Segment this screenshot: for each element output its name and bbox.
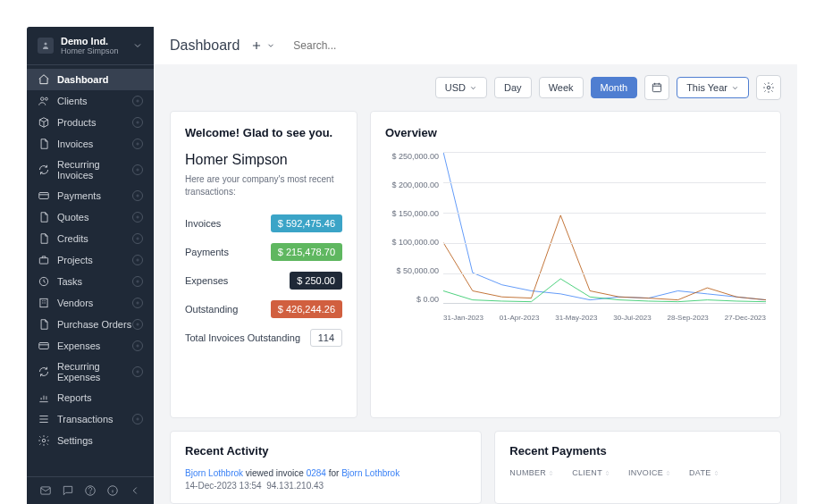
- activity-actor[interactable]: Bjorn Lothbrok: [185, 468, 243, 478]
- nav-label: Quotes: [57, 212, 132, 223]
- currency-selector[interactable]: USD: [435, 77, 487, 98]
- help-icon[interactable]: [84, 484, 97, 497]
- sidebar-item-reports[interactable]: Reports: [27, 387, 154, 408]
- svg-rect-13: [652, 84, 660, 92]
- sidebar-item-vendors[interactable]: Vendors: [27, 292, 154, 314]
- nav-label: Payments: [57, 190, 132, 201]
- period-week[interactable]: Week: [539, 77, 584, 98]
- calendar-button[interactable]: [644, 75, 669, 100]
- toolbar: USD Day Week Month This Year: [154, 64, 797, 111]
- sidebar-item-invoices[interactable]: Invoices: [27, 133, 154, 155]
- chevron-down-icon[interactable]: [266, 41, 275, 50]
- add-icon[interactable]: [132, 139, 143, 149]
- sidebar-item-quotes[interactable]: Quotes: [27, 206, 154, 228]
- recent-payments-title: Recent Payments: [509, 444, 766, 458]
- column-number[interactable]: NUMBER: [509, 468, 554, 477]
- sidebar-item-tasks[interactable]: Tasks: [27, 271, 154, 292]
- credit-icon: [38, 189, 50, 202]
- add-icon[interactable]: [132, 276, 143, 287]
- activity-target[interactable]: Bjorn Lothbrok: [341, 468, 399, 478]
- sidebar-item-purchase-orders[interactable]: Purchase Orders: [27, 314, 154, 335]
- welcome-title: Welcome! Glad to see you.: [185, 126, 342, 139]
- nav-list: DashboardClientsProductsInvoicesRecurrin…: [27, 65, 154, 476]
- sidebar-item-products[interactable]: Products: [27, 112, 154, 133]
- sidebar-item-payments[interactable]: Payments: [27, 185, 154, 206]
- sidebar-item-recurring-invoices[interactable]: Recurring Invoices: [27, 155, 154, 185]
- stat-label: Invoices: [185, 218, 221, 229]
- header: Dashboard: [154, 27, 797, 64]
- sidebar-item-settings[interactable]: Settings: [27, 430, 154, 451]
- file-icon: [38, 318, 50, 331]
- list-icon: [38, 413, 50, 425]
- add-icon[interactable]: [132, 340, 143, 351]
- sidebar: Demo Ind. Homer Simpson DashboardClients…: [27, 27, 154, 504]
- total-outstanding-value: 114: [310, 329, 342, 347]
- add-icon[interactable]: [132, 366, 143, 377]
- stat-badge: $ 215,478.70: [271, 243, 342, 261]
- sort-icon: [548, 470, 554, 476]
- building-icon: [38, 297, 50, 309]
- mail-icon[interactable]: [39, 484, 52, 497]
- search-input[interactable]: [293, 39, 781, 52]
- nav-label: Settings: [57, 435, 143, 446]
- column-invoice[interactable]: INVOICE: [628, 468, 671, 477]
- gear-icon: [38, 434, 50, 447]
- stat-label: Payments: [185, 247, 229, 257]
- add-icon[interactable]: [132, 96, 143, 106]
- add-icon[interactable]: [132, 190, 143, 201]
- nav-label: Recurring Invoices: [57, 159, 132, 181]
- nav-label: Invoices: [57, 139, 132, 149]
- add-icon[interactable]: [132, 164, 143, 175]
- nav-label: Tasks: [57, 276, 132, 287]
- stat-badge: $ 592,475.46: [271, 214, 342, 232]
- overview-chart: $ 250,000.00$ 200,000.00$ 150,000.00$ 10…: [385, 152, 766, 322]
- add-icon[interactable]: [132, 255, 143, 265]
- svg-point-14: [767, 86, 770, 89]
- period-month[interactable]: Month: [591, 77, 638, 98]
- svg-point-0: [45, 43, 47, 46]
- sidebar-item-projects[interactable]: Projects: [27, 249, 154, 271]
- settings-button[interactable]: [756, 75, 781, 100]
- add-icon[interactable]: [132, 117, 143, 128]
- company-user: Homer Simpson: [61, 46, 132, 55]
- gear-icon: [762, 81, 775, 94]
- box-icon: [38, 116, 50, 129]
- svg-point-1: [41, 97, 45, 101]
- svg-rect-9: [40, 487, 50, 494]
- svg-rect-6: [40, 298, 47, 307]
- svg-rect-3: [39, 193, 49, 199]
- sidebar-item-credits[interactable]: Credits: [27, 228, 154, 249]
- company-logo-icon: [38, 38, 54, 54]
- chevron-down-icon: [132, 40, 143, 51]
- add-icon[interactable]: [132, 319, 143, 330]
- company-selector[interactable]: Demo Ind. Homer Simpson: [27, 27, 154, 65]
- sidebar-item-transactions[interactable]: Transactions: [27, 408, 154, 430]
- nav-label: Dashboard: [57, 74, 143, 85]
- column-date[interactable]: DATE: [689, 468, 719, 477]
- svg-point-11: [90, 493, 91, 494]
- sidebar-item-expenses[interactable]: Expenses: [27, 335, 154, 357]
- sidebar-item-dashboard[interactable]: Dashboard: [27, 69, 154, 90]
- range-selector[interactable]: This Year: [677, 77, 749, 98]
- add-icon[interactable]: [132, 212, 143, 223]
- add-icon[interactable]: [132, 414, 143, 424]
- refresh-icon: [38, 164, 50, 176]
- add-icon[interactable]: [250, 39, 263, 52]
- chevron-down-icon: [469, 84, 477, 92]
- overview-title: Overview: [385, 126, 766, 139]
- chat-icon[interactable]: [62, 484, 74, 497]
- period-day[interactable]: Day: [494, 77, 532, 98]
- company-name: Demo Ind.: [61, 36, 132, 46]
- stat-badge: $ 426,244.26: [271, 300, 342, 318]
- sidebar-item-clients[interactable]: Clients: [27, 90, 154, 112]
- activity-entry: Bjorn Lothbrok viewed invoice 0284 for B…: [185, 468, 467, 478]
- total-outstanding-label: Total Invoices Outstanding: [185, 332, 300, 343]
- sidebar-item-recurring-expenses[interactable]: Recurring Expenses: [27, 357, 154, 387]
- column-client[interactable]: CLIENT: [572, 468, 610, 477]
- activity-invoice[interactable]: 0284: [307, 468, 326, 478]
- add-icon[interactable]: [132, 298, 143, 308]
- info-icon[interactable]: [106, 484, 119, 497]
- sort-icon: [604, 470, 610, 476]
- add-icon[interactable]: [132, 233, 143, 244]
- collapse-icon[interactable]: [129, 484, 141, 497]
